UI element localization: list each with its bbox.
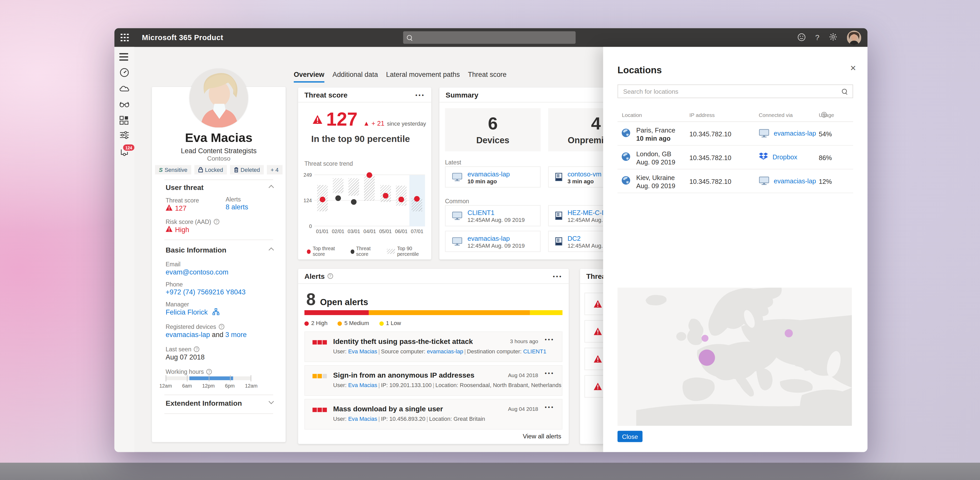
badge-more[interactable]: + 4 bbox=[267, 165, 283, 175]
trash-icon bbox=[234, 167, 239, 172]
meta-link[interactable]: evamacias-lap bbox=[427, 348, 463, 354]
search-icon bbox=[842, 89, 848, 94]
alerts-link[interactable]: 8 alerts bbox=[226, 203, 248, 210]
user-badges: SSensitive Locked Deleted + 4 bbox=[152, 165, 286, 175]
more-devices-link[interactable]: 3 more bbox=[225, 331, 247, 338]
location-row[interactable]: London, GB Aug. 09 2019 10.345.782.10 Dr… bbox=[617, 146, 853, 169]
card-title: Alerts bbox=[304, 273, 325, 280]
latest-label: Latest bbox=[445, 159, 461, 166]
alerts-feed-icon[interactable]: 124 bbox=[119, 148, 129, 158]
via-link[interactable]: Dropbox bbox=[773, 153, 797, 160]
global-search[interactable] bbox=[403, 31, 576, 44]
alert-title: Sign-in from an anonymous IP addresses bbox=[333, 372, 474, 379]
devices-stat-tile[interactable]: 6Devices bbox=[445, 108, 541, 151]
warning-triangle-icon bbox=[594, 300, 602, 308]
locations-search-input[interactable] bbox=[618, 88, 838, 95]
help-circle-icon[interactable] bbox=[206, 369, 212, 375]
lock-icon bbox=[198, 167, 203, 172]
alerts-count-badge: 124 bbox=[123, 145, 134, 151]
feedback-smiley-icon[interactable] bbox=[798, 33, 806, 42]
expand-chevron-icon[interactable] bbox=[269, 399, 274, 404]
globe-icon bbox=[621, 128, 631, 138]
meta-link[interactable]: Eva Macias bbox=[348, 382, 377, 388]
monitor-icon bbox=[759, 129, 770, 137]
tab-threat-score[interactable]: Threat score bbox=[468, 71, 507, 83]
meta-link[interactable]: CLIENT1 bbox=[523, 348, 546, 354]
alert-row[interactable]: Identity theft using pass-the-ticket att… bbox=[304, 332, 563, 362]
alert-row[interactable]: Sign-in from an anonymous IP addresses A… bbox=[304, 365, 563, 396]
glasses-icon[interactable] bbox=[119, 99, 129, 109]
help-circle-icon[interactable] bbox=[194, 346, 200, 352]
via-link[interactable]: evamacias-lap bbox=[774, 177, 816, 184]
tab-overview[interactable]: Overview bbox=[294, 71, 325, 83]
meta-link[interactable]: Eva Macias bbox=[348, 348, 377, 354]
apps-grid-icon[interactable] bbox=[119, 116, 129, 126]
more-menu-icon[interactable] bbox=[545, 404, 554, 410]
badge-deleted[interactable]: Deleted bbox=[230, 165, 264, 175]
via-link[interactable]: evamacias-lap bbox=[774, 129, 816, 137]
collapse-chevron-icon[interactable] bbox=[269, 185, 274, 190]
user-company: Contoso bbox=[152, 155, 286, 162]
help-circle-icon[interactable] bbox=[327, 273, 333, 279]
top-threat-score-dot bbox=[383, 193, 388, 199]
trend-label: Threat score trend bbox=[304, 160, 353, 167]
view-all-alerts-link[interactable]: View all alerts bbox=[523, 433, 562, 440]
divider bbox=[164, 413, 273, 414]
app-body: 124 Overview Additional data Lateral mov… bbox=[115, 47, 867, 452]
phone-link[interactable]: +972 (74) 7569216 Y8043 bbox=[165, 288, 245, 296]
desktop: Microsoft 365 Product ? bbox=[0, 0, 980, 480]
meta-link[interactable]: Eva Macias bbox=[348, 416, 377, 422]
server-icon bbox=[555, 172, 563, 181]
alert-title: Mass download by a single user bbox=[333, 405, 443, 413]
more-menu-icon[interactable] bbox=[553, 273, 563, 279]
email-link[interactable]: evam@contoso.com bbox=[165, 268, 228, 276]
tab-additional-data[interactable]: Additional data bbox=[332, 71, 378, 83]
manager-link[interactable]: Felicia Florick bbox=[165, 308, 208, 316]
severity-high-icon bbox=[312, 340, 327, 344]
header-actions: ? bbox=[798, 28, 861, 47]
tab-lateral-movement-paths[interactable]: Lateral movement paths bbox=[386, 71, 460, 83]
account-avatar[interactable] bbox=[847, 30, 861, 45]
phone-label: Phone bbox=[165, 281, 183, 288]
legend-threat-dot bbox=[350, 249, 354, 254]
more-menu-icon[interactable] bbox=[545, 336, 554, 343]
help-circle-icon[interactable] bbox=[213, 219, 219, 225]
settings-gear-icon[interactable] bbox=[829, 32, 837, 42]
global-search-input[interactable] bbox=[416, 34, 566, 41]
badge-locked[interactable]: Locked bbox=[194, 165, 227, 175]
locations-search[interactable] bbox=[617, 85, 853, 98]
app-launcher-icon[interactable] bbox=[121, 33, 129, 41]
server-icon bbox=[555, 237, 563, 246]
top-threat-score-dot bbox=[398, 197, 404, 203]
registered-devices-label: Registered devices bbox=[165, 323, 224, 330]
help-circle-icon[interactable] bbox=[219, 324, 224, 330]
device-item[interactable]: evamacias-lap12:45AM Aug. 09 2019 bbox=[445, 231, 541, 252]
cloud-icon[interactable] bbox=[119, 83, 129, 93]
more-menu-icon[interactable] bbox=[545, 370, 554, 376]
user-threat-heading: User threat bbox=[165, 184, 204, 191]
badge-sensitive[interactable]: SSensitive bbox=[155, 165, 191, 175]
device-item[interactable]: CLIENT112:45AM Aug. 09 2019 bbox=[445, 205, 541, 226]
warning-triangle-icon bbox=[594, 383, 602, 390]
top-threat-score-dot bbox=[414, 196, 420, 202]
app-title: Microsoft 365 Product bbox=[142, 33, 223, 42]
help-icon[interactable]: ? bbox=[815, 34, 819, 41]
close-button[interactable]: Close bbox=[617, 431, 643, 442]
location-row[interactable]: Kiev, Ukraine Aug. 09 2019 10.345.782.10… bbox=[617, 169, 853, 193]
location-row[interactable]: Paris, France 10 min ago 10.345.782.10 e… bbox=[617, 122, 853, 146]
device-link[interactable]: evamacias-lap bbox=[165, 331, 210, 338]
collapse-chevron-icon[interactable] bbox=[269, 247, 274, 253]
more-menu-icon[interactable] bbox=[415, 92, 425, 98]
filters-sliders-icon[interactable] bbox=[119, 131, 129, 141]
trend-x-axis: 01/0102/0103/0104/0105/0106/0107/01 bbox=[314, 229, 425, 234]
monitor-icon bbox=[759, 176, 770, 185]
threat-score-dot bbox=[351, 199, 357, 205]
help-circle-icon[interactable] bbox=[821, 112, 827, 118]
close-icon[interactable] bbox=[850, 64, 856, 72]
sensitive-icon: S bbox=[159, 167, 163, 173]
dashboard-speedometer-icon[interactable] bbox=[119, 67, 129, 77]
hamburger-menu-icon[interactable] bbox=[119, 52, 129, 62]
alert-row[interactable]: Mass download by a single user Aug 04 20… bbox=[304, 399, 563, 429]
device-item[interactable]: evamacias-lap10 min ago bbox=[445, 166, 541, 187]
severity-legend: 2 High 5 Medium 1 Low bbox=[304, 320, 401, 326]
